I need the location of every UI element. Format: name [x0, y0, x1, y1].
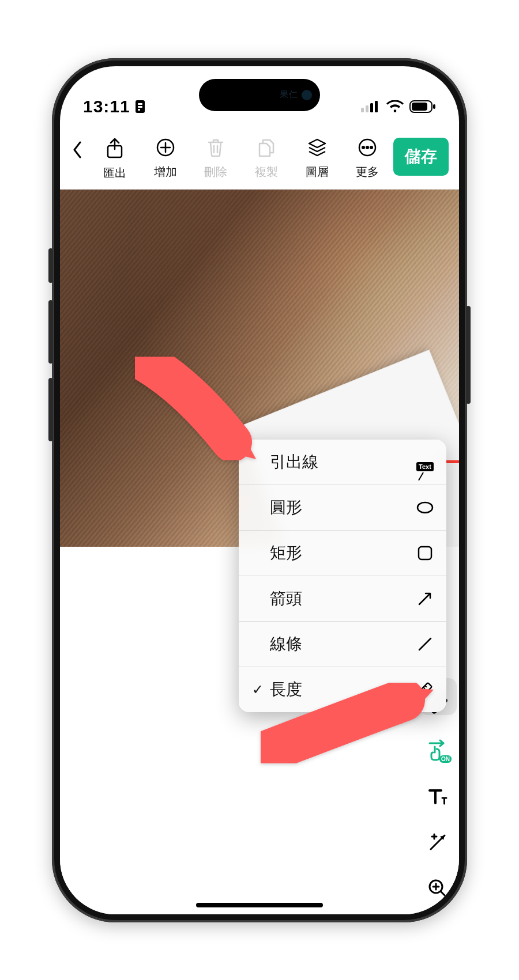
save-button-label: 儲存 — [405, 146, 437, 168]
swipe-on-badge: ON — [439, 755, 452, 763]
annotation-arrow-to-tool — [261, 683, 434, 763]
phone-power-button — [466, 306, 471, 404]
menu-item-callout[interactable]: 引出線 Text — [239, 440, 446, 485]
ellipse-icon — [416, 499, 434, 516]
home-indicator[interactable] — [196, 903, 323, 907]
shape-context-menu: 引出線 Text 圓形 — [239, 440, 446, 712]
toolbar-delete: 刪除 — [191, 138, 240, 180]
toolbar-duplicate-label: 複製 — [255, 164, 278, 180]
phone-volume-down — [48, 378, 53, 441]
more-icon — [358, 138, 377, 160]
toolbar-export-label: 匯出 — [103, 165, 126, 181]
status-time: 13:11 — [83, 97, 130, 116]
side-tool-measure-add[interactable] — [424, 829, 451, 856]
side-tool-zoom-in[interactable] — [424, 875, 451, 902]
rectangle-icon — [416, 544, 434, 562]
menu-item-ellipse[interactable]: 圓形 — [239, 485, 446, 531]
toolbar-more[interactable]: 更多 — [343, 138, 392, 180]
arrow-icon — [416, 590, 434, 607]
trash-icon — [207, 138, 224, 160]
side-tool-text[interactable] — [424, 783, 451, 809]
layers-icon — [307, 138, 327, 160]
svg-rect-5 — [366, 105, 368, 112]
menu-item-label: 線條 — [270, 633, 302, 655]
svg-rect-4 — [361, 108, 364, 112]
toolbar-more-label: 更多 — [356, 164, 379, 180]
svg-rect-1 — [138, 103, 142, 105]
back-button[interactable] — [66, 138, 89, 158]
phone-frame: 果仁 13:11 — [52, 58, 467, 922]
wifi-icon — [386, 100, 404, 113]
svg-point-14 — [362, 146, 364, 149]
screen: 果仁 13:11 — [60, 66, 459, 914]
menu-item-rectangle[interactable]: 矩形 — [239, 531, 446, 576]
toolbar-add-label: 增加 — [154, 164, 177, 180]
status-right — [361, 100, 436, 113]
svg-rect-7 — [375, 101, 378, 112]
menu-item-label: 圓形 — [270, 497, 302, 519]
svg-rect-3 — [138, 109, 140, 111]
canvas-area[interactable]: 引出線 Text 圓形 — [60, 190, 459, 914]
toolbar-delete-label: 刪除 — [204, 164, 227, 180]
share-icon — [106, 138, 124, 161]
stage: 果仁 13:11 — [0, 0, 519, 980]
island-label: 果仁 — [280, 89, 298, 100]
callout-text-icon: Text — [416, 453, 434, 471]
phone-volume-up — [48, 300, 53, 364]
menu-item-label: 矩形 — [270, 542, 302, 564]
menu-item-line[interactable]: 線條 — [239, 622, 446, 667]
sim-icon — [135, 100, 145, 113]
status-left: 13:11 — [83, 97, 145, 116]
toolbar-layers-label: 圖層 — [306, 164, 329, 180]
toolbar-layers[interactable]: 圖層 — [292, 138, 342, 180]
menu-item-arrow[interactable]: 箭頭 — [239, 576, 446, 622]
svg-rect-9 — [412, 103, 427, 111]
toolbar: 匯出 增加 刪除 — [60, 124, 459, 190]
svg-point-18 — [418, 502, 432, 513]
battery-icon — [409, 100, 436, 113]
svg-rect-19 — [419, 547, 431, 559]
callout-badge-text: Text — [416, 462, 434, 471]
svg-rect-6 — [370, 103, 373, 112]
toolbar-duplicate: 複製 — [242, 138, 291, 180]
toolbar-add[interactable]: 增加 — [141, 138, 190, 180]
line-icon — [416, 635, 434, 653]
svg-rect-2 — [138, 106, 142, 108]
annotation-arrow-to-menu — [135, 357, 256, 460]
svg-rect-10 — [433, 104, 435, 109]
island-camera-dot — [302, 90, 312, 100]
dynamic-island: 果仁 — [199, 79, 320, 111]
duplicate-icon — [258, 138, 275, 160]
plus-circle-icon — [156, 138, 175, 160]
cellular-icon — [361, 101, 381, 112]
menu-item-label: 箭頭 — [270, 588, 302, 610]
phone-side-button — [48, 248, 53, 283]
svg-point-15 — [366, 146, 368, 149]
save-button[interactable]: 儲存 — [393, 138, 449, 176]
svg-point-16 — [370, 146, 373, 149]
menu-item-label: 引出線 — [270, 451, 318, 473]
toolbar-export[interactable]: 匯出 — [90, 138, 140, 181]
